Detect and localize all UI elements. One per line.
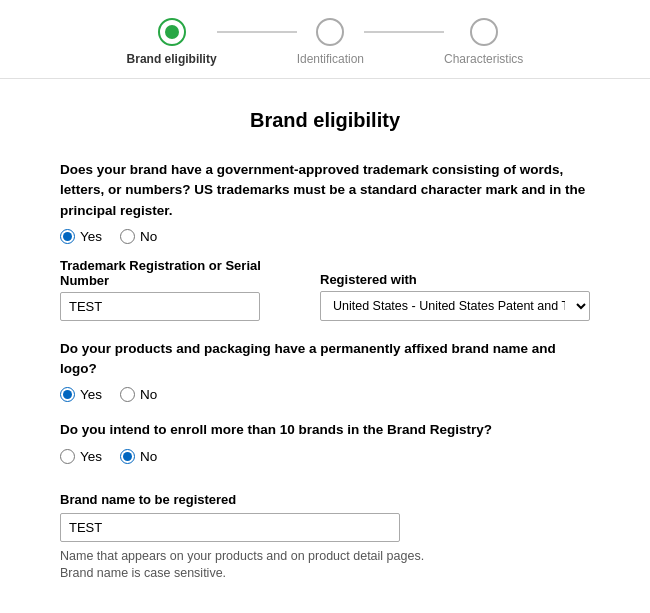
registered-with-select[interactable]: United States - United States Patent and… — [320, 291, 590, 321]
brand-name-label: Brand name to be registered — [60, 492, 590, 507]
q3-no-label: No — [140, 449, 157, 464]
question-2-block: Do your products and packaging have a pe… — [60, 339, 590, 403]
brand-name-input[interactable] — [60, 513, 400, 542]
step-characteristics: Characteristics — [444, 18, 523, 66]
step-identification: Identification — [297, 18, 364, 66]
q1-yes-option[interactable]: Yes — [60, 229, 102, 244]
trademark-label: Trademark Registration or Serial Number — [60, 258, 300, 288]
question-1-block: Does your brand have a government-approv… — [60, 160, 590, 321]
q3-yes-radio[interactable] — [60, 449, 75, 464]
brand-name-section: Brand name to be registered Name that ap… — [60, 492, 590, 583]
step-label-1: Brand eligibility — [127, 52, 217, 66]
trademark-input[interactable] — [60, 292, 260, 321]
main-content: Brand eligibility Does your brand have a… — [0, 79, 650, 613]
step-connector-2 — [364, 31, 444, 33]
q2-yes-label: Yes — [80, 387, 102, 402]
step-circle-2 — [316, 18, 344, 46]
q2-no-radio[interactable] — [120, 387, 135, 402]
brand-name-hint: Name that appears on your products and o… — [60, 548, 460, 583]
registered-with-label: Registered with — [320, 272, 590, 287]
q1-yes-radio[interactable] — [60, 229, 75, 244]
step-brand-eligibility: Brand eligibility — [127, 18, 217, 66]
q3-yes-option[interactable]: Yes — [60, 449, 102, 464]
q1-no-option[interactable]: No — [120, 229, 157, 244]
question-1-radio-group: Yes No — [60, 229, 590, 244]
page-title: Brand eligibility — [60, 109, 590, 132]
step-circle-1 — [158, 18, 186, 46]
step-label-2: Identification — [297, 52, 364, 66]
trademark-field-group: Trademark Registration or Serial Number — [60, 258, 300, 321]
step-circle-3 — [470, 18, 498, 46]
q3-no-radio[interactable] — [120, 449, 135, 464]
q1-no-radio[interactable] — [120, 229, 135, 244]
step-connector-1 — [217, 31, 297, 33]
q3-no-option[interactable]: No — [120, 449, 157, 464]
step-label-3: Characteristics — [444, 52, 523, 66]
q1-no-label: No — [140, 229, 157, 244]
q1-yes-label: Yes — [80, 229, 102, 244]
q2-no-label: No — [140, 387, 157, 402]
question-2-text: Do your products and packaging have a pe… — [60, 339, 590, 380]
trademark-form-row: Trademark Registration or Serial Number … — [60, 258, 590, 321]
q2-yes-option[interactable]: Yes — [60, 387, 102, 402]
q2-yes-radio[interactable] — [60, 387, 75, 402]
q3-yes-label: Yes — [80, 449, 102, 464]
question-2-radio-group: Yes No — [60, 387, 590, 402]
question-3-text: Do you intend to enroll more than 10 bra… — [60, 420, 590, 440]
q2-no-option[interactable]: No — [120, 387, 157, 402]
question-3-block: Do you intend to enroll more than 10 bra… — [60, 420, 590, 463]
question-1-text: Does your brand have a government-approv… — [60, 160, 590, 221]
registered-with-field-group: Registered with United States - United S… — [320, 272, 590, 321]
question-3-radio-group: Yes No — [60, 449, 590, 464]
stepper: Brand eligibility Identification Charact… — [0, 0, 650, 79]
